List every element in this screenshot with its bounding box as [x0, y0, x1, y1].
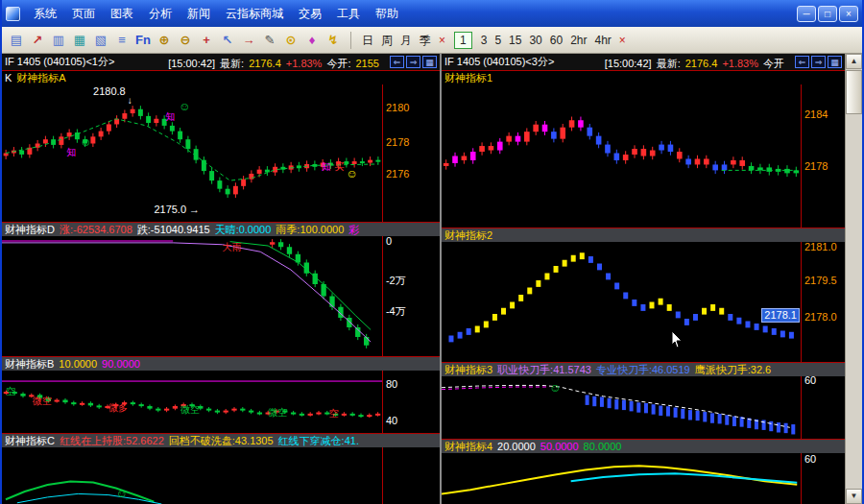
- fn-indicator-icon[interactable]: Fn: [133, 31, 153, 50]
- menu-help[interactable]: 帮助: [368, 1, 406, 26]
- menu-analysis[interactable]: 分析: [141, 1, 180, 26]
- indicator-1-section: 21842178: [442, 84, 845, 228]
- chart-indicator-d[interactable]: 大雨: [2, 236, 382, 356]
- chart-indicator-3[interactable]: ☺: [442, 376, 801, 439]
- line-chart-icon[interactable]: ↗: [28, 31, 47, 50]
- menu-system[interactable]: 系统: [26, 1, 64, 26]
- axis-label: 60: [804, 376, 816, 386]
- zoom-in-icon[interactable]: ⊕: [155, 31, 174, 50]
- period-1min[interactable]: 1: [454, 32, 472, 49]
- grid-view-icon[interactable]: ▦: [828, 56, 842, 68]
- close-button[interactable]: ×: [839, 6, 858, 22]
- period-month[interactable]: 月: [400, 33, 412, 48]
- scroll-down-button[interactable]: ▼: [846, 489, 862, 504]
- axis-label: 80: [386, 378, 397, 390]
- indicator-2-section: 2178.1 2181.02179.52178.0: [442, 242, 845, 363]
- period-day[interactable]: 日: [362, 33, 373, 48]
- draw-icon[interactable]: ✎: [260, 31, 279, 50]
- scroll-up-button[interactable]: ▲: [846, 54, 862, 69]
- chart-indicator-a[interactable]: 2180.8↓2175.0 →知☺知☺知买☺: [2, 84, 382, 222]
- save-icon[interactable]: ▤: [7, 31, 26, 50]
- label-segment: 涨:-62534.6708: [60, 224, 132, 235]
- app-icon: [6, 7, 20, 21]
- grid-view-icon[interactable]: ▦: [422, 56, 437, 68]
- axis-indicator-b: 8040: [382, 371, 440, 433]
- chart-indicator-2[interactable]: 2178.1: [442, 242, 801, 362]
- indicator-icon[interactable]: ♦: [302, 31, 322, 50]
- symbol-label: IF 1405 (040105)<3分>: [444, 55, 554, 69]
- period-3min[interactable]: 3: [481, 33, 488, 48]
- label-segment: 2176.4: [685, 58, 718, 69]
- label-segment: K: [5, 72, 12, 84]
- export-icon[interactable]: →: [239, 31, 258, 50]
- svg-text:☺: ☺: [80, 135, 91, 149]
- svg-text:微空: 微空: [180, 404, 200, 415]
- svg-text:☺: ☺: [346, 167, 357, 180]
- period-5min[interactable]: 5: [494, 33, 501, 48]
- axis-label: 60: [804, 453, 816, 465]
- menu-tools[interactable]: 工具: [329, 1, 368, 26]
- label-segment: 最新:: [220, 58, 244, 69]
- quote-list-icon[interactable]: ≡: [112, 31, 132, 50]
- menu-news[interactable]: 新闻: [180, 1, 218, 26]
- pointer-icon[interactable]: ↖: [218, 31, 237, 50]
- menu-trade[interactable]: 交易: [291, 1, 329, 26]
- chart-indicator-b[interactable]: 空微空微多微空微空空: [2, 371, 382, 433]
- axis-indicator-a: 218021782176: [382, 84, 440, 222]
- vertical-scrollbar[interactable]: ▲ ▼: [845, 54, 862, 504]
- lightning-icon[interactable]: ↯: [324, 31, 343, 50]
- label-segment: 跌:-51040.9415: [137, 224, 210, 235]
- title-bar: 系统页面图表分析新闻云指标商城交易工具帮助 ─□×: [2, 0, 862, 27]
- menu-indicator-store[interactable]: 云指标商城: [218, 1, 291, 26]
- period-4hr[interactable]: 4hr: [595, 33, 612, 48]
- svg-text:☺: ☺: [116, 487, 128, 500]
- label-segment: 90.0000: [102, 358, 140, 370]
- label-segment: 20.0000: [497, 441, 536, 452]
- period-group-close-2[interactable]: ×: [619, 33, 626, 48]
- period-2hr[interactable]: 2hr: [570, 33, 587, 48]
- label-segment: 彩: [348, 224, 359, 235]
- kline-icon[interactable]: ▥: [49, 31, 68, 50]
- axis-indicator-d: 0-2万-4万: [382, 236, 440, 356]
- label-segment: +1.83%: [722, 58, 758, 69]
- toolbar: ▤↗▥▦▧≡Fn⊕⊖+↖→✎⊙♦↯ 日周月季×1351530602hr4hr×: [2, 27, 862, 54]
- svg-text:空: 空: [329, 408, 339, 419]
- svg-text:↓: ↓: [128, 95, 132, 106]
- pan-left-icon[interactable]: ⇐: [390, 56, 404, 68]
- label-segment: 最新:: [657, 58, 681, 69]
- quote-info: [15:00:42]最新:2176.4+1.83%今开: [605, 54, 789, 71]
- maximize-button[interactable]: □: [818, 6, 837, 22]
- label-segment: 10.0000: [59, 358, 97, 370]
- svg-text:空: 空: [6, 386, 15, 396]
- grid-icon[interactable]: ▦: [70, 31, 89, 50]
- period-quarter[interactable]: 季: [420, 33, 431, 48]
- zoom-out-icon[interactable]: ⊖: [176, 31, 195, 50]
- period-buttons: 日周月季×1351530602hr4hr×: [358, 32, 630, 49]
- label-segment: 财神指标2: [444, 229, 492, 241]
- menu-page[interactable]: 页面: [64, 1, 103, 26]
- pan-right-icon[interactable]: ⇒: [406, 56, 420, 68]
- axis-label: 2184: [804, 108, 828, 120]
- minimize-button[interactable]: ─: [797, 6, 816, 22]
- scroll-track[interactable]: [846, 115, 862, 489]
- pan-left-icon[interactable]: ⇐: [795, 56, 809, 68]
- table-icon[interactable]: ▧: [91, 31, 110, 50]
- crosshair-icon[interactable]: +: [197, 31, 216, 50]
- indicator-4-section: 60: [442, 453, 845, 504]
- period-60min[interactable]: 60: [550, 33, 563, 48]
- chart-indicator-1[interactable]: [442, 84, 801, 228]
- label-segment: 2176.4: [249, 58, 281, 69]
- period-30min[interactable]: 30: [529, 33, 541, 48]
- scroll-thumb[interactable]: [846, 70, 862, 114]
- label-segment: 2155: [355, 58, 378, 69]
- axis-label: 0: [386, 236, 392, 247]
- alert-bell-icon[interactable]: ⊙: [281, 31, 300, 50]
- menu-chart[interactable]: 图表: [103, 1, 141, 26]
- axis-label: 2178: [804, 160, 828, 172]
- period-15min[interactable]: 15: [509, 33, 521, 48]
- chart-indicator-4[interactable]: [442, 453, 801, 504]
- period-week[interactable]: 周: [381, 33, 393, 48]
- chart-indicator-c[interactable]: ☺: [2, 447, 382, 504]
- pan-right-icon[interactable]: ⇒: [811, 56, 826, 68]
- period-group-close[interactable]: ×: [439, 33, 445, 48]
